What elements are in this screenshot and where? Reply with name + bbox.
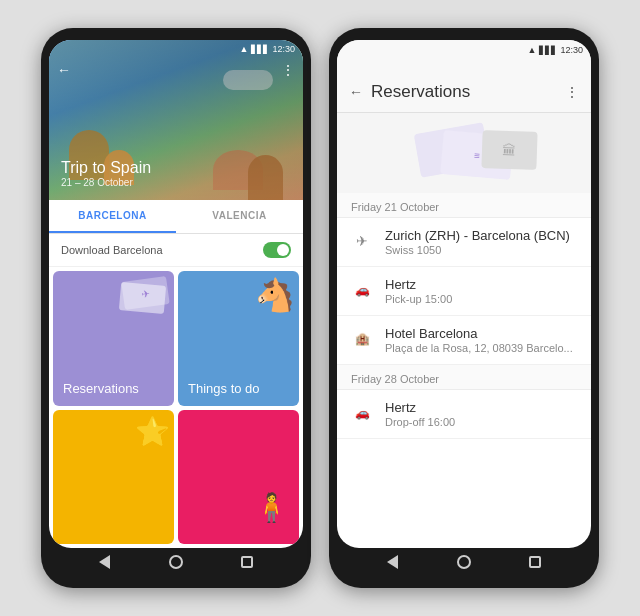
time-left: 12:30: [272, 44, 295, 54]
city-tabs: BARCELONA VALENCIA: [49, 200, 303, 234]
car-item-1[interactable]: 🚗 Hertz Pick-up 15:00: [337, 267, 591, 316]
time-right: 12:30: [560, 45, 583, 55]
flight-subtitle: Swiss 1050: [385, 244, 577, 256]
left-screen: ▲ ▋▋▋ 12:30 ← ⋮ Trip to Spain 21 – 28 Oc…: [49, 40, 303, 548]
tile-saved[interactable]: ⭐: [53, 410, 174, 545]
car-icon-2: 🚗: [351, 402, 373, 424]
flight-title: Zurich (ZRH) - Barcelona (BCN): [385, 228, 577, 243]
nav-home-button[interactable]: [167, 553, 185, 571]
car-subtitle-1: Pick-up 15:00: [385, 293, 577, 305]
hotel-content: Hotel Barcelona Plaça de la Rosa, 12, 08…: [385, 326, 577, 354]
nav-home-button-right[interactable]: [455, 553, 473, 571]
left-phone: ▲ ▋▋▋ 12:30 ← ⋮ Trip to Spain 21 – 28 Oc…: [41, 28, 311, 588]
hero-more-button[interactable]: ⋮: [281, 62, 295, 78]
ticket-lines-icon: ≡: [474, 149, 481, 160]
download-label: Download Barcelona: [61, 244, 163, 256]
nav-recent-button-right[interactable]: [526, 553, 544, 571]
flight-content: Zurich (ZRH) - Barcelona (BCN) Swiss 105…: [385, 228, 577, 256]
section-date-1: Friday 21 October: [337, 193, 591, 218]
download-toggle[interactable]: [263, 242, 291, 258]
ticket-building-icon: 🏛: [502, 142, 517, 158]
hotel-icon: 🏨: [351, 328, 373, 350]
car-subtitle-2: Drop-off 16:00: [385, 416, 577, 428]
signal-icon-right: ▲: [528, 45, 537, 55]
right-phone: ▲ ▋▋▋ 12:30 ← Reservations ⋮ ✈ ≡ 🏛 Frida…: [329, 28, 599, 588]
feature-grid: ✈ Reservations 🐴 Things to do ⭐ 🧍: [49, 267, 303, 548]
tab-valencia[interactable]: VALENCIA: [176, 200, 303, 233]
tickets-illustration: ✈ ≡ 🏛: [337, 113, 591, 193]
download-row: Download Barcelona: [49, 234, 303, 267]
hero-content: Trip to Spain 21 – 28 October: [61, 159, 151, 188]
wifi-icon: ▲: [240, 44, 249, 54]
reservations-header: ← Reservations ⋮: [337, 60, 591, 113]
nav-recent-button[interactable]: [238, 553, 256, 571]
car-content-2: Hertz Drop-off 16:00: [385, 400, 577, 428]
reservations-list: Friday 21 October ✈ Zurich (ZRH) - Barce…: [337, 193, 591, 548]
section-date-2: Friday 28 October: [337, 365, 591, 390]
status-bar-right: ▲ ▋▋▋ 12:30: [337, 40, 591, 60]
horse-icon: 🐴: [255, 276, 295, 314]
right-screen: ▲ ▋▋▋ 12:30 ← Reservations ⋮ ✈ ≡ 🏛 Frida…: [337, 40, 591, 548]
nav-bar-left: [49, 548, 303, 576]
signal-icon: ▋▋▋: [251, 45, 269, 54]
reservations-title: Reservations: [371, 82, 565, 102]
hotel-item[interactable]: 🏨 Hotel Barcelona Plaça de la Rosa, 12, …: [337, 316, 591, 365]
trip-dates: 21 – 28 October: [61, 177, 151, 188]
car-icon-1: 🚗: [351, 279, 373, 301]
hotel-title: Hotel Barcelona: [385, 326, 577, 341]
tile-things-to-do[interactable]: 🐴 Things to do: [178, 271, 299, 406]
tile-reservations[interactable]: ✈ Reservations: [53, 271, 174, 406]
star-icon: ⭐: [135, 415, 170, 448]
nav-back-button-right[interactable]: [384, 553, 402, 571]
car-content-1: Hertz Pick-up 15:00: [385, 277, 577, 305]
wifi-icon-right: ▋▋▋: [539, 46, 557, 55]
flight-item[interactable]: ✈ Zurich (ZRH) - Barcelona (BCN) Swiss 1…: [337, 218, 591, 267]
tile-things-label: Things to do: [188, 381, 260, 396]
res-back-button[interactable]: ←: [349, 84, 363, 100]
ticket-visual-3: 🏛: [481, 130, 537, 170]
res-more-button[interactable]: ⋮: [565, 84, 579, 100]
car-title-1: Hertz: [385, 277, 577, 292]
hotel-subtitle: Plaça de la Rosa, 12, 08039 Barcelo...: [385, 342, 577, 354]
car-item-2[interactable]: 🚗 Hertz Drop-off 16:00: [337, 390, 591, 439]
hero-image: ▲ ▋▋▋ 12:30 ← ⋮ Trip to Spain 21 – 28 Oc…: [49, 40, 303, 200]
car-title-2: Hertz: [385, 400, 577, 415]
hero-back-button[interactable]: ←: [57, 62, 71, 78]
trip-title: Trip to Spain: [61, 159, 151, 177]
nav-back-button[interactable]: [96, 553, 114, 571]
person-icon: 🧍: [254, 491, 289, 524]
flight-icon: ✈: [351, 230, 373, 252]
nav-bar-right: [337, 548, 591, 576]
tab-barcelona[interactable]: BARCELONA: [49, 200, 176, 233]
tile-reservations-label: Reservations: [63, 381, 139, 396]
tile-local[interactable]: 🧍: [178, 410, 299, 545]
